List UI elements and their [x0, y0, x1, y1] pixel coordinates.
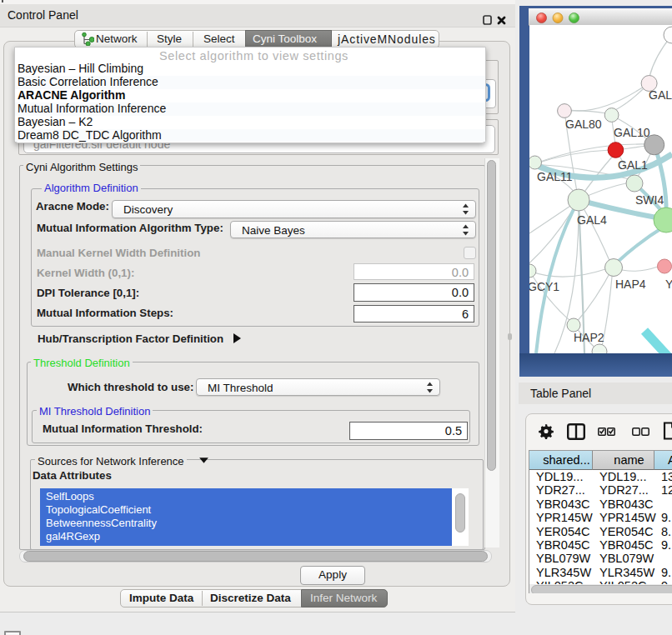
- svg-text:GAL1: GAL1: [618, 158, 648, 172]
- svg-text:GAL80: GAL80: [565, 118, 602, 131]
- svg-text:GAL11: GAL11: [537, 170, 573, 183]
- svg-text:HAP2: HAP2: [574, 331, 604, 344]
- svg-text:GAL10: GAL10: [614, 126, 650, 139]
- svg-text:SWI4: SWI4: [635, 193, 664, 207]
- svg-text:GCY1: GCY1: [529, 280, 559, 293]
- svg-text:HAP4: HAP4: [615, 278, 646, 291]
- svg-text:GAL4: GAL4: [577, 213, 607, 227]
- svg-text:Y: Y: [665, 278, 672, 291]
- svg-text:GAL7: GAL7: [649, 88, 672, 102]
